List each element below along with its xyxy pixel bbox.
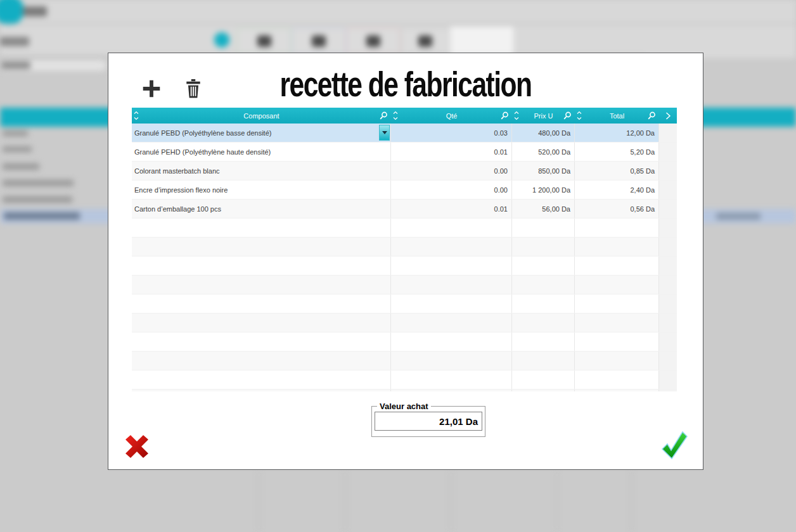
table-row[interactable]: Granulé PEBD (Polyéthylène basse densité… [132, 124, 677, 142]
cell-total[interactable]: 12,00 Da [575, 124, 659, 142]
cell-composant[interactable] [132, 314, 391, 332]
cell-total[interactable] [575, 370, 659, 389]
cancel-button[interactable] [121, 432, 153, 462]
table-row[interactable]: Granulé PEHD (Polyéthylène haute densité… [132, 142, 677, 162]
cell-prix-u[interactable]: 1 200,00 Da [512, 180, 575, 199]
cell-total[interactable] [575, 314, 659, 332]
cell-total[interactable]: 2,40 Da [575, 180, 659, 199]
cell-total[interactable] [575, 332, 659, 351]
cell-prix-u[interactable] [512, 314, 575, 332]
cell-prix-u[interactable]: 850,00 Da [512, 162, 575, 180]
background-toolbar-button [401, 28, 450, 54]
table-row-empty[interactable] [132, 276, 677, 294]
cell-text: 520,00 Da [538, 148, 570, 156]
background-table-row-text [3, 180, 74, 186]
cell-composant[interactable]: Encre d’impression flexo noire [132, 180, 391, 199]
cell-prix-u[interactable]: 480,00 Da [512, 124, 575, 142]
cell-total[interactable]: 5,20 Da [575, 142, 659, 161]
table-row-empty[interactable] [132, 256, 677, 276]
cell-composant[interactable] [132, 218, 391, 237]
valeur-achat-label: Valeur achat [377, 402, 431, 411]
cell-qte[interactable] [391, 276, 512, 294]
cell-composant[interactable] [132, 294, 391, 313]
table-row-empty[interactable] [132, 370, 677, 390]
cell-prix-u[interactable]: 520,00 Da [512, 142, 575, 161]
cell-qte[interactable] [391, 294, 512, 313]
cell-composant[interactable]: Granulé PEBD (Polyéthylène basse densité… [132, 124, 391, 142]
table-row-empty[interactable] [132, 294, 677, 314]
cell-prix-u[interactable] [512, 294, 575, 313]
cell-composant[interactable] [132, 332, 391, 351]
cell-composant[interactable] [132, 276, 391, 294]
cell-qte[interactable] [391, 370, 512, 389]
column-header-prix-u[interactable]: Prix U [512, 108, 575, 124]
column-header-total[interactable]: Total [575, 108, 659, 124]
background-toolbar-button [346, 28, 401, 54]
confirm-button[interactable] [658, 429, 690, 461]
cell-total[interactable] [575, 352, 659, 370]
cell-qte[interactable] [391, 218, 512, 237]
cell-qte[interactable]: 0.01 [391, 200, 512, 218]
cell-qte[interactable]: 0.00 [391, 162, 512, 180]
cell-prix-u[interactable] [512, 256, 575, 275]
cell-prix-u[interactable] [512, 238, 575, 256]
scrollbar-track [659, 276, 677, 294]
cell-qte[interactable]: 0.03 [391, 124, 512, 142]
cell-prix-u[interactable] [512, 352, 575, 370]
table-row-empty[interactable] [132, 218, 677, 238]
column-label: Total [610, 112, 624, 120]
cell-prix-u[interactable] [512, 370, 575, 389]
scrollbar-track [659, 390, 677, 391]
cell-total[interactable]: 0,56 Da [575, 200, 659, 218]
cell-qte[interactable]: 0.00 [391, 180, 512, 199]
cell-composant[interactable] [132, 256, 391, 275]
cell-text: Colorant masterbatch blanc [134, 167, 220, 175]
table-row-empty[interactable] [132, 390, 677, 391]
cell-total[interactable] [575, 390, 659, 391]
cell-prix-u[interactable] [512, 390, 575, 391]
cell-composant[interactable]: Granulé PEHD (Polyéthylène haute densité… [132, 142, 391, 161]
background-table-row-text [3, 163, 39, 170]
search-icon[interactable] [648, 111, 656, 120]
cell-qte[interactable] [391, 352, 512, 370]
cell-qte[interactable] [391, 332, 512, 351]
cell-composant[interactable]: Carton d’emballage 100 pcs [132, 200, 391, 218]
header-expand-button[interactable] [659, 108, 677, 124]
cell-prix-u[interactable] [512, 218, 575, 237]
cell-qte[interactable] [391, 238, 512, 256]
cell-composant[interactable] [132, 238, 391, 256]
table-row-empty[interactable] [132, 332, 677, 352]
table-row-empty[interactable] [132, 238, 677, 256]
search-icon[interactable] [380, 111, 388, 120]
cell-prix-u[interactable] [512, 276, 575, 294]
cell-total[interactable]: 0,85 Da [575, 162, 659, 180]
composant-dropdown-button[interactable] [379, 125, 390, 141]
cell-composant[interactable] [132, 390, 391, 391]
cell-total[interactable] [575, 256, 659, 275]
add-row-button[interactable] [140, 77, 163, 100]
background-selected-row-text [4, 212, 80, 220]
search-icon[interactable] [563, 111, 572, 120]
table-row-empty[interactable] [132, 352, 677, 370]
cell-qte[interactable] [391, 314, 512, 332]
cell-total[interactable] [575, 238, 659, 256]
table-row[interactable]: Carton d’emballage 100 pcs0.0156,00 Da0,… [132, 200, 677, 218]
cell-qte[interactable]: 0.01 [391, 142, 512, 161]
cell-total[interactable] [575, 276, 659, 294]
cell-composant[interactable] [132, 370, 391, 389]
cell-qte[interactable] [391, 390, 512, 391]
column-header-qte[interactable]: Qté [391, 108, 512, 124]
cell-total[interactable] [575, 294, 659, 313]
valeur-achat-field[interactable]: 21,01 Da [375, 412, 482, 431]
cell-composant[interactable] [132, 352, 391, 370]
search-icon[interactable] [501, 111, 509, 120]
table-row-empty[interactable] [132, 314, 677, 332]
cell-total[interactable] [575, 218, 659, 237]
column-header-composant[interactable]: Composant [132, 108, 391, 124]
cell-composant[interactable]: Colorant masterbatch blanc [132, 162, 391, 180]
cell-prix-u[interactable] [512, 332, 575, 351]
cell-qte[interactable] [391, 256, 512, 275]
table-row[interactable]: Encre d’impression flexo noire0.001 200,… [132, 180, 677, 200]
table-row[interactable]: Colorant masterbatch blanc0.00850,00 Da0… [132, 162, 677, 180]
cell-prix-u[interactable]: 56,00 Da [512, 200, 575, 218]
